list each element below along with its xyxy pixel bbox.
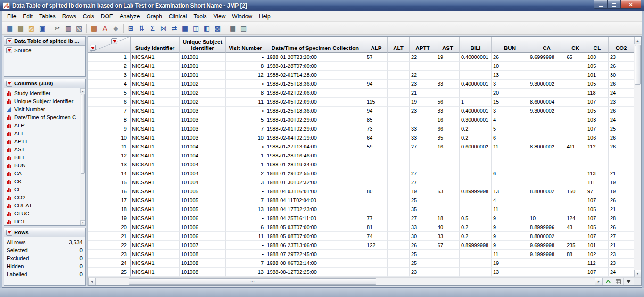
cell[interactable]: 9.6999998 [528, 241, 565, 250]
cell[interactable]: 25 [410, 250, 436, 259]
preferences-button[interactable]: ◆ [110, 23, 121, 33]
cell[interactable]: 13 [492, 187, 528, 196]
cell[interactable]: 21 [410, 89, 436, 98]
new-data-table-button[interactable]: ▦ [4, 23, 15, 33]
rows-panel-menu-button[interactable] [6, 230, 12, 236]
cell[interactable]: 10 [492, 62, 528, 71]
cell[interactable] [365, 205, 388, 214]
cell[interactable]: 27 [410, 142, 436, 151]
cell[interactable]: NICSAH1 [131, 71, 180, 80]
cell[interactable]: 11 [492, 250, 528, 259]
cell[interactable] [565, 124, 586, 133]
cell[interactable]: 105 [586, 107, 609, 116]
cell[interactable] [565, 232, 586, 241]
cell[interactable]: 11 [226, 232, 265, 241]
row-number-cell[interactable]: 5 [88, 89, 131, 98]
column-item-hct[interactable]: HCT [4, 217, 80, 225]
table-corner-menu-button[interactable] [623, 278, 634, 285]
cell[interactable] [388, 196, 410, 205]
cell[interactable]: 1988-02-05T02:09:00 [265, 98, 365, 107]
cell[interactable]: NICSAH1 [131, 53, 180, 62]
cell[interactable] [565, 80, 586, 89]
cell[interactable]: 94 [365, 107, 388, 116]
cell[interactable]: 150 [565, 187, 586, 196]
cell[interactable]: 107 [586, 196, 609, 205]
cell[interactable] [528, 169, 565, 178]
cell[interactable]: 3 [492, 80, 528, 89]
cell[interactable] [565, 107, 586, 116]
cell[interactable]: 1988-04-25T16:11:00 [265, 214, 365, 223]
cell[interactable]: 81 [365, 223, 388, 232]
row-number-cell[interactable]: 10 [88, 133, 131, 142]
cell[interactable]: 7 [226, 196, 265, 205]
cell[interactable]: 1988-01-25T18:36:00 [265, 80, 365, 89]
scrollbar-track[interactable]: ⋯ [96, 278, 595, 285]
cell[interactable]: 101003 [180, 124, 226, 133]
cell[interactable]: 1988-02-02T02:06:00 [265, 89, 365, 98]
cell[interactable]: NICSAH1 [131, 169, 180, 178]
cell[interactable]: 118 [586, 89, 609, 98]
cell[interactable]: 101007 [180, 241, 226, 250]
row-number-cell[interactable]: 19 [88, 214, 131, 223]
menu-analyze[interactable]: Analyze [116, 11, 143, 21]
cell[interactable]: 35 [436, 133, 460, 142]
cell[interactable]: NICSAH1 [131, 223, 180, 232]
maximize-button[interactable] [607, 0, 620, 9]
cell[interactable] [460, 62, 492, 71]
cell[interactable]: NICSAH1 [131, 124, 180, 133]
cell[interactable]: 101003 [180, 133, 226, 142]
cell[interactable]: 19 [410, 187, 436, 196]
cell[interactable]: 1988-01-28T19:34:00 [265, 160, 365, 169]
cell[interactable]: 105 [586, 205, 609, 214]
cell[interactable]: 3 [492, 107, 528, 116]
column-item-aptt[interactable]: APTT [4, 137, 80, 145]
horizontal-scrollbar[interactable]: ◄ ⋯ ► [88, 277, 603, 285]
cell[interactable] [388, 124, 410, 133]
cell[interactable]: 101008 [180, 259, 226, 268]
cell[interactable]: 101004 [180, 151, 226, 160]
cell[interactable]: 13 [492, 71, 528, 80]
cell[interactable]: 105 [586, 80, 609, 89]
scrollbar-thumb[interactable] [635, 45, 641, 85]
cell[interactable]: 9 [492, 232, 528, 241]
cell[interactable]: 0.89999998 [460, 187, 492, 196]
cell[interactable]: 411 [565, 142, 586, 151]
cell[interactable]: 1988-01-30T02:29:00 [265, 116, 365, 124]
menu-tables[interactable]: Tables [36, 11, 59, 21]
cell[interactable] [586, 151, 609, 160]
scrollbar-thumb[interactable] [81, 94, 85, 174]
cell[interactable]: 19 [436, 53, 460, 62]
row-number-cell[interactable]: 8 [88, 116, 131, 124]
stack-button[interactable]: ▦ [180, 23, 190, 33]
column-header-bun[interactable]: BUN [492, 37, 528, 53]
cell[interactable]: 0.40000001 [460, 53, 492, 62]
cell[interactable]: • [226, 214, 265, 223]
scrollbar-track[interactable] [80, 174, 85, 220]
column-header-aptt[interactable]: APTT [410, 37, 436, 53]
cell[interactable]: 122 [365, 241, 388, 250]
missing-data-pattern-button[interactable]: ▩ [212, 23, 223, 33]
column-item-co2[interactable]: CO2 [4, 193, 80, 201]
cell[interactable]: NICSAH1 [131, 178, 180, 187]
cell[interactable]: NICSAH1 [131, 187, 180, 196]
cell[interactable] [365, 196, 388, 205]
cell[interactable] [436, 259, 460, 268]
column-item-creat[interactable]: CREAT [4, 201, 80, 209]
cell[interactable]: 23 [410, 268, 436, 277]
cell[interactable]: 1 [226, 160, 265, 169]
cell[interactable] [565, 71, 586, 80]
cell[interactable] [436, 169, 460, 178]
cell[interactable]: 105 [586, 223, 609, 232]
column-item-visit-number[interactable]: Visit Number [4, 105, 80, 113]
row-number-cell[interactable]: 9 [88, 124, 131, 133]
cell[interactable]: 25 [410, 196, 436, 205]
cell[interactable]: 101004 [180, 178, 226, 187]
cell[interactable]: 33 [436, 80, 460, 89]
cell[interactable] [492, 160, 528, 169]
cell[interactable]: 107 [586, 98, 609, 107]
open-button[interactable]: ▨ [26, 23, 37, 33]
cell[interactable]: 8.8000002 [528, 232, 565, 241]
print-button[interactable]: ▤ [89, 23, 99, 33]
column-item-ck[interactable]: CK [4, 177, 80, 185]
column-item-cl[interactable]: CL [4, 185, 80, 193]
